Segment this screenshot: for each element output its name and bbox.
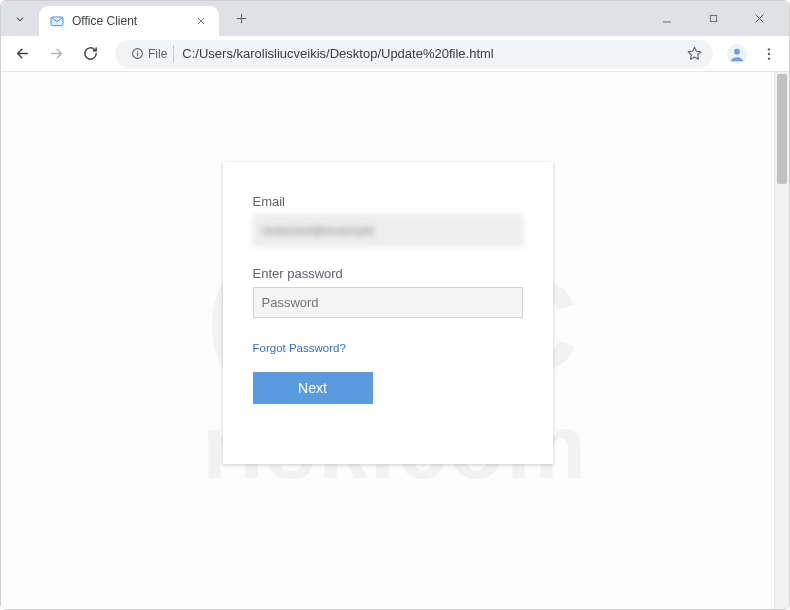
new-tab-button[interactable]	[227, 5, 255, 33]
chevron-down-icon	[13, 12, 27, 26]
email-field[interactable]	[253, 215, 523, 246]
forward-button[interactable]	[41, 39, 71, 69]
reload-icon	[82, 45, 99, 62]
maximize-button[interactable]	[699, 5, 727, 33]
tab-title: Office Client	[72, 14, 181, 28]
close-window-button[interactable]	[745, 5, 773, 33]
url-text: C:/Users/karolisliucveikis/Desktop/Updat…	[182, 46, 677, 61]
mail-favicon-icon	[49, 13, 65, 29]
forgot-password-link[interactable]: Forgot Password?	[253, 342, 346, 354]
arrow-right-icon	[48, 45, 65, 62]
minimize-button[interactable]	[653, 5, 681, 33]
maximize-icon	[708, 13, 719, 24]
kebab-menu-icon	[761, 46, 777, 62]
page-content: Email Enter password Forgot Password? Ne…	[1, 72, 774, 609]
bookmark-button[interactable]	[685, 45, 703, 63]
next-button[interactable]: Next	[253, 372, 373, 404]
info-icon	[131, 47, 144, 60]
search-tabs-button[interactable]	[9, 8, 31, 30]
email-label: Email	[253, 194, 523, 209]
page-viewport: PC risk.com Email Enter password Forgot …	[1, 72, 789, 609]
close-icon	[753, 12, 766, 25]
tab-strip: Office Client	[1, 1, 789, 36]
scrollbar-thumb[interactable]	[777, 74, 787, 184]
person-icon	[726, 43, 748, 65]
arrow-left-icon	[14, 45, 31, 62]
app-menu-button[interactable]	[755, 40, 783, 68]
close-icon	[196, 16, 206, 26]
svg-point-4	[734, 48, 740, 54]
password-field[interactable]	[253, 287, 523, 318]
profile-button[interactable]	[723, 40, 751, 68]
reload-button[interactable]	[75, 39, 105, 69]
svg-point-7	[768, 57, 770, 59]
tab-close-button[interactable]	[193, 13, 209, 29]
browser-window: Office Client	[0, 0, 790, 610]
file-origin-chip[interactable]: File	[125, 45, 174, 63]
window-controls	[653, 5, 781, 33]
login-card: Email Enter password Forgot Password? Ne…	[223, 162, 553, 464]
vertical-scrollbar[interactable]	[774, 72, 789, 609]
svg-point-5	[768, 48, 770, 50]
file-chip-label: File	[148, 47, 167, 61]
svg-point-6	[768, 52, 770, 54]
toolbar: File C:/Users/karolisliucveikis/Desktop/…	[1, 36, 789, 72]
plus-icon	[235, 12, 248, 25]
password-label: Enter password	[253, 266, 523, 281]
svg-rect-1	[710, 15, 716, 21]
back-button[interactable]	[7, 39, 37, 69]
star-icon	[686, 45, 703, 62]
minimize-icon	[661, 13, 673, 25]
browser-tab[interactable]: Office Client	[39, 6, 219, 36]
omnibox[interactable]: File C:/Users/karolisliucveikis/Desktop/…	[115, 40, 713, 68]
